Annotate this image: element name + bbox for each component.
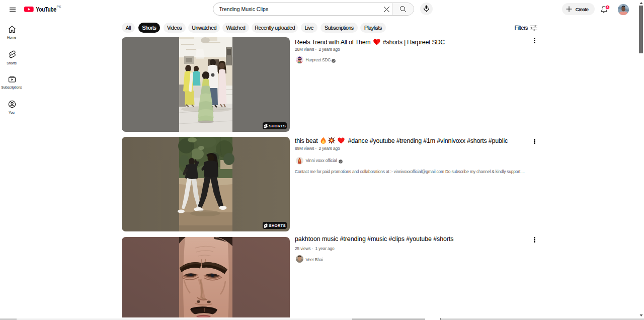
svg-text:YouTube: YouTube — [36, 7, 56, 13]
